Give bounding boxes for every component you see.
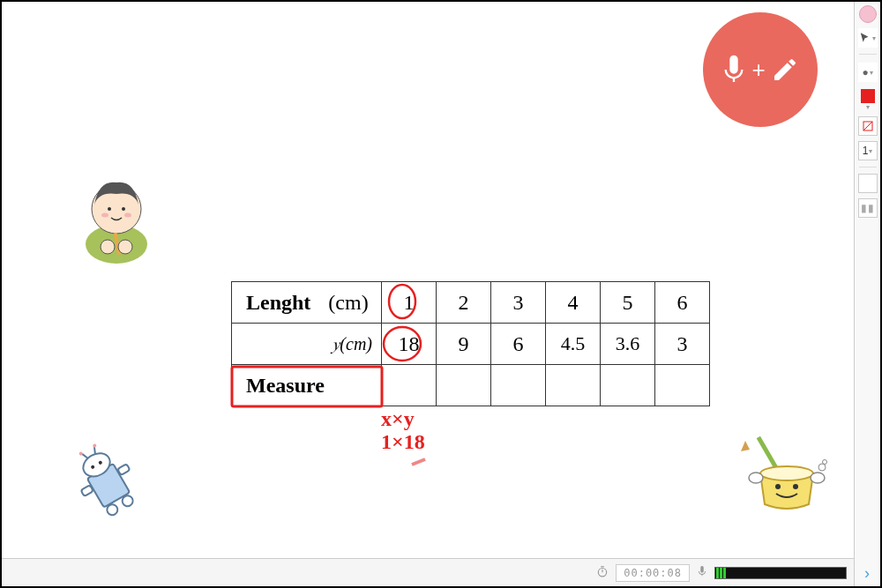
stop-button[interactable] — [858, 174, 878, 193]
mic-indicator-icon[interactable] — [697, 565, 707, 580]
svg-line-35 — [863, 122, 872, 130]
svg-rect-32 — [232, 367, 382, 406]
svg-point-30 — [389, 285, 415, 318]
table-cell — [601, 365, 655, 406]
table-cell — [491, 365, 546, 406]
table-cell: 6 — [491, 324, 546, 365]
svg-rect-18 — [117, 464, 130, 475]
svg-point-23 — [760, 466, 813, 480]
svg-point-28 — [818, 464, 826, 471]
svg-point-4 — [101, 213, 108, 218]
svg-rect-17 — [81, 485, 93, 496]
svg-point-5 — [124, 213, 131, 218]
handwritten-note: x×y 1×18 — [381, 407, 425, 454]
table-row: 𝑦(cm) 18 9 6 4.5 3.6 3 — [232, 324, 710, 365]
plus-icon: + — [751, 56, 765, 84]
table-cell: 4 — [546, 282, 601, 324]
svg-point-7 — [101, 240, 115, 254]
boy-character-icon — [72, 169, 161, 266]
bottom-status-bar: 00:00:08 — [2, 558, 854, 586]
svg-point-25 — [793, 484, 798, 489]
svg-point-27 — [811, 473, 825, 483]
table-cell: 6 — [655, 282, 710, 324]
microphone-icon — [721, 53, 746, 86]
thickness-button[interactable]: 1▾ — [858, 141, 878, 160]
table-cell — [382, 365, 437, 406]
drawing-toolbar: ▾ ●▾ ▾ 1▾ ▮▮ › — [854, 2, 880, 586]
next-page-button[interactable]: › — [858, 564, 876, 582]
table-row: Lenght(cm) 1 2 3 4 5 6 — [232, 282, 710, 324]
table-cell: 2 — [437, 282, 491, 324]
svg-point-16 — [93, 443, 97, 448]
profile-icon[interactable] — [859, 5, 877, 23]
box-annotation-measure — [229, 364, 386, 410]
color-red-button[interactable] — [861, 89, 875, 103]
whiteboard-canvas[interactable]: + — [2, 2, 853, 557]
table-cell — [437, 365, 491, 406]
eraser-tool-button[interactable] — [858, 116, 878, 136]
row-label: 𝑦(cm) — [232, 324, 382, 365]
stroke-mark — [407, 456, 434, 469]
table-cell — [655, 365, 710, 406]
svg-point-26 — [749, 473, 763, 483]
svg-point-24 — [775, 484, 781, 489]
circle-annotation-1 — [385, 282, 420, 321]
circle-annotation-18 — [381, 324, 423, 363]
audio-level-meter — [714, 567, 847, 579]
svg-point-3 — [122, 207, 125, 211]
svg-line-13 — [82, 452, 87, 459]
record-voice-draw-button[interactable]: + — [703, 12, 818, 127]
robot-character-icon — [68, 443, 147, 526]
svg-point-31 — [384, 327, 421, 361]
table-cell — [546, 365, 601, 406]
table-cell: 3 — [491, 282, 546, 324]
pointer-tool-button[interactable]: ▾ — [858, 28, 878, 48]
timer-display: 00:00:08 — [616, 564, 690, 582]
row-label: Lenght(cm) — [232, 282, 382, 324]
table-cell: 5 — [601, 282, 655, 324]
svg-point-8 — [118, 240, 132, 254]
svg-line-33 — [412, 459, 425, 465]
pencil-icon — [771, 56, 799, 84]
cup-character-icon — [734, 425, 840, 522]
svg-marker-22 — [741, 441, 750, 451]
table-cell: 3 — [655, 324, 710, 365]
pause-button[interactable]: ▮▮ — [858, 198, 878, 218]
svg-line-15 — [92, 447, 97, 454]
stopwatch-icon — [596, 565, 609, 580]
svg-point-29 — [823, 460, 827, 465]
table-cell: 9 — [437, 324, 491, 365]
svg-point-2 — [108, 207, 111, 211]
table-cell: 4.5 — [546, 324, 601, 365]
table-cell: 3.6 — [601, 324, 655, 365]
shape-tool-button[interactable]: ●▾ — [858, 63, 878, 82]
